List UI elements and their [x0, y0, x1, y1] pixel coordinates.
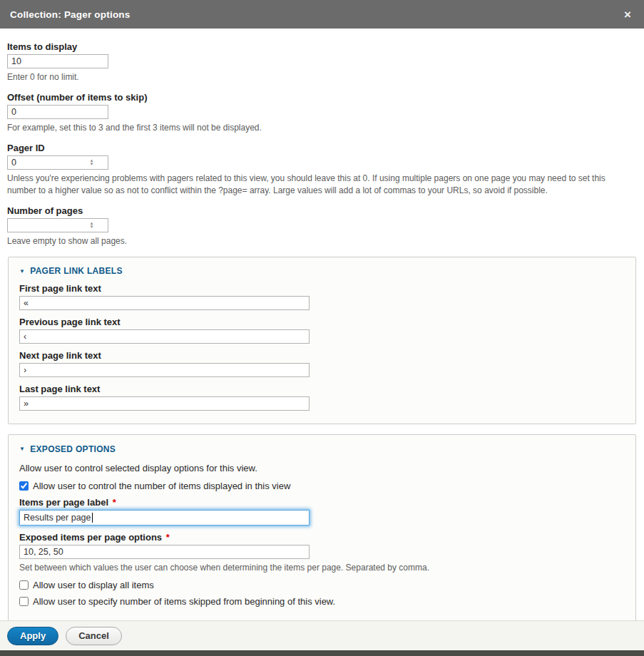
field-number-of-pages: Number of pages ▲ ▼ Leave empty to show … — [7, 205, 637, 247]
field-previous-page-link: Previous page link text — [19, 317, 625, 344]
fieldset-exposed-options: ▼ EXPOSED OPTIONS Allow user to control … — [8, 434, 636, 620]
field-items-to-display: Items to display Enter 0 for no limit. — [7, 41, 637, 83]
text-caret — [92, 513, 93, 523]
exposed-items-options-label: Exposed items per page options * — [19, 532, 625, 543]
collapse-triangle-icon: ▼ — [19, 268, 25, 275]
last-page-link-label: Last page link text — [19, 384, 625, 394]
exposed-options-legend[interactable]: ▼ EXPOSED OPTIONS — [19, 444, 116, 454]
field-pager-id: Pager ID ▲ ▼ Unless you're experiencing … — [7, 143, 637, 195]
pager-id-label: Pager ID — [7, 143, 637, 153]
bottom-dark-bar — [0, 650, 644, 656]
spinner-down-icon[interactable]: ▼ — [90, 163, 94, 166]
first-page-link-label: First page link text — [19, 283, 625, 294]
cancel-button[interactable]: Cancel — [66, 627, 122, 645]
previous-page-link-label: Previous page link text — [19, 317, 625, 327]
exposed-items-options-input[interactable] — [19, 545, 310, 559]
field-first-page-link: First page link text — [19, 283, 625, 310]
field-offset: Offset (number of items to skip) For exa… — [7, 92, 637, 133]
field-next-page-link: Next page link text — [19, 350, 625, 377]
field-exposed-items-options: Exposed items per page options * Set bet… — [19, 532, 625, 573]
exposed-items-options-description: Set between which values the user can ch… — [19, 562, 625, 573]
number-of-pages-description: Leave empty to show all pages. — [7, 235, 635, 247]
checkbox-row-skip-items: Allow user to specify number of items sk… — [19, 596, 625, 607]
items-to-display-label: Items to display — [7, 41, 637, 52]
pager-link-labels-legend[interactable]: ▼ PAGER LINK LABELS — [19, 266, 123, 276]
items-to-display-input[interactable] — [7, 54, 108, 68]
number-of-pages-number-wrap: ▲ ▼ — [7, 218, 108, 232]
pager-options-dialog: Collection: Pager options × Items to dis… — [0, 0, 644, 656]
offset-label: Offset (number of items to skip) — [7, 92, 637, 103]
exposed-items-options-label-text: Exposed items per page options — [19, 532, 162, 543]
number-of-pages-label: Number of pages — [7, 205, 637, 216]
items-per-page-label-text: Items per page label — [19, 497, 108, 508]
number-spinner-icon[interactable]: ▲ ▼ — [88, 220, 96, 230]
fieldset-pager-link-labels: ▼ PAGER LINK LABELS First page link text… — [8, 257, 636, 425]
allow-display-all-label: Allow user to display all items — [33, 580, 154, 590]
items-per-page-label-label: Items per page label * — [19, 497, 625, 508]
offset-input[interactable] — [7, 105, 108, 119]
allow-display-all-checkbox[interactable] — [19, 580, 29, 590]
first-page-link-input[interactable] — [19, 296, 310, 310]
spinner-down-icon[interactable]: ▼ — [90, 225, 94, 229]
pager-link-labels-legend-text: PAGER LINK LABELS — [30, 266, 123, 276]
dialog-footer: Apply Cancel — [0, 620, 644, 650]
previous-page-link-input[interactable] — [19, 329, 310, 344]
allow-items-displayed-label: Allow user to control the number of item… — [33, 481, 290, 491]
items-per-page-label-value: Results per page — [24, 513, 91, 523]
last-page-link-input[interactable] — [19, 396, 310, 411]
close-icon[interactable]: × — [621, 7, 634, 22]
exposed-options-intro: Allow user to control selected display o… — [19, 463, 625, 473]
items-to-display-description: Enter 0 for no limit. — [7, 71, 635, 83]
field-items-per-page-label: Items per page label * Results per page — [19, 497, 625, 526]
pager-id-description: Unless you're experiencing problems with… — [7, 173, 635, 195]
pager-id-number-wrap: ▲ ▼ — [7, 155, 108, 170]
next-page-link-label: Next page link text — [19, 350, 625, 361]
dialog-title: Collection: Pager options — [10, 9, 131, 20]
next-page-link-input[interactable] — [19, 363, 310, 377]
allow-items-displayed-checkbox[interactable] — [19, 481, 29, 491]
required-asterisk: * — [166, 532, 170, 543]
dialog-titlebar: Collection: Pager options × — [0, 0, 644, 29]
items-per-page-label-input[interactable]: Results per page — [19, 510, 310, 526]
checkbox-row-display-all: Allow user to display all items — [19, 580, 625, 590]
required-asterisk: * — [113, 497, 116, 508]
field-last-page-link: Last page link text — [19, 384, 625, 411]
allow-skip-items-checkbox[interactable] — [19, 597, 29, 606]
collapse-triangle-icon: ▼ — [19, 446, 25, 452]
exposed-options-legend-text: EXPOSED OPTIONS — [30, 444, 116, 454]
offset-description: For example, set this to 3 and the first… — [7, 122, 635, 133]
checkbox-row-items-displayed: Allow user to control the number of item… — [19, 481, 625, 491]
apply-button[interactable]: Apply — [7, 627, 58, 645]
allow-skip-items-label: Allow user to specify number of items sk… — [33, 596, 335, 607]
number-spinner-icon[interactable]: ▲ ▼ — [88, 158, 96, 168]
dialog-content: Items to display Enter 0 for no limit. O… — [0, 29, 644, 620]
